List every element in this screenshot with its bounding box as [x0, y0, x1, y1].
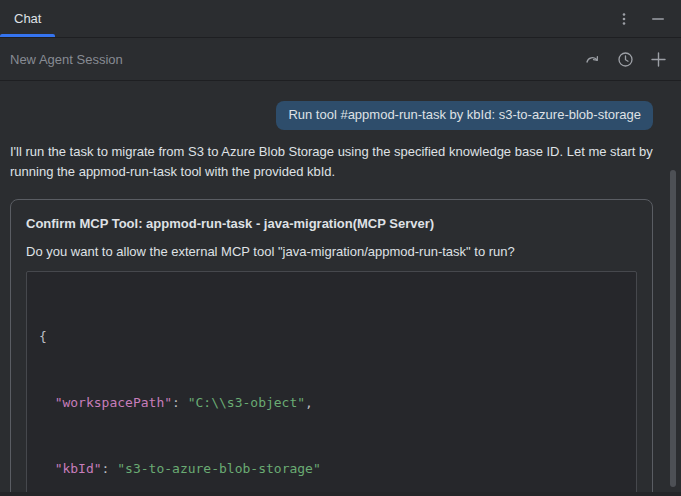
- assistant-message: I'll run the task to migrate from S3 to …: [10, 142, 671, 182]
- json-separator: :: [102, 461, 118, 476]
- json-value-workspacepath: "C:\\s3-object": [188, 395, 305, 410]
- scrollbar-thumb[interactable]: [670, 170, 676, 487]
- json-separator: :: [172, 395, 188, 410]
- active-tab-indicator: [0, 34, 55, 37]
- session-title: New Agent Session: [10, 52, 123, 67]
- code-line: {: [39, 326, 624, 348]
- tab-bar: Chat: [0, 0, 681, 38]
- json-value-kbid: "s3-to-azure-blob-storage": [117, 461, 321, 476]
- more-options-icon[interactable]: [613, 8, 635, 30]
- tab-chat-label: Chat: [14, 11, 41, 26]
- user-message-bubble: Run tool #appmod-run-task by kbId: s3-to…: [276, 101, 653, 130]
- session-toolbar: New Agent Session: [0, 38, 681, 81]
- session-toolbar-actions: [581, 48, 669, 70]
- mcp-confirm-card: Confirm MCP Tool: appmod-run-task - java…: [10, 199, 653, 496]
- minimize-icon[interactable]: [647, 8, 669, 30]
- chat-messages-area: Run tool #appmod-run-task by kbId: s3-to…: [0, 101, 681, 496]
- chat-tool-window: Chat New Agent Session: [0, 0, 681, 496]
- code-line: "kbId": "s3-to-azure-blob-storage": [39, 458, 624, 480]
- confirm-card-question: Do you want to allow the external MCP to…: [26, 244, 637, 259]
- json-key-workspacepath: "workspacePath": [55, 395, 172, 410]
- tab-chat[interactable]: Chat: [0, 0, 55, 37]
- tool-arguments-code-block: { "workspacePath": "C:\\s3-object", "kbI…: [26, 271, 637, 496]
- redo-arrow-icon[interactable]: [581, 48, 603, 70]
- user-message-row: Run tool #appmod-run-task by kbId: s3-to…: [10, 101, 653, 130]
- code-line: "workspacePath": "C:\\s3-object",: [39, 392, 624, 414]
- history-clock-icon[interactable]: [614, 48, 636, 70]
- code-open-brace: {: [39, 329, 47, 344]
- json-key-kbid: "kbId": [55, 461, 102, 476]
- tab-bar-actions: [613, 8, 681, 30]
- confirm-card-title: Confirm MCP Tool: appmod-run-task - java…: [26, 216, 637, 231]
- new-chat-plus-icon[interactable]: [647, 48, 669, 70]
- json-comma: ,: [305, 395, 313, 410]
